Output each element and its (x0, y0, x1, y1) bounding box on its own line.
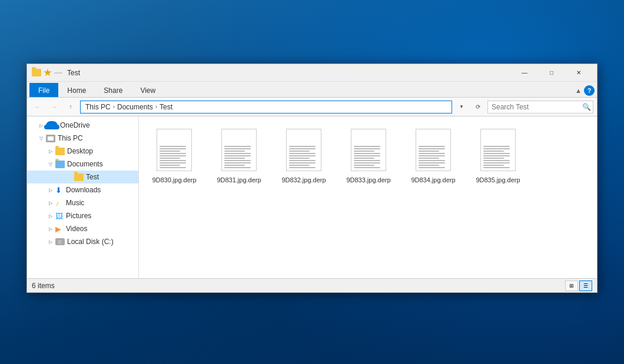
sidebar: ▷ OneDrive ▽ This PC ▷ Desktop (27, 116, 139, 278)
file-name-5: 9D835.jpg.derp (476, 176, 520, 184)
file-item-5[interactable]: 9D835.jpg.derp (469, 122, 527, 188)
path-this-pc[interactable]: This PC (84, 103, 112, 111)
file-icon-wrapper-3 (347, 126, 390, 173)
doc-line-1-9 (224, 165, 245, 166)
doc-line-2-4 (289, 153, 316, 154)
file-doc-icon-1 (221, 129, 257, 171)
doc-line-4-7 (419, 160, 445, 161)
expand-desktop[interactable]: ▷ (46, 146, 55, 156)
doc-line-0-1 (160, 146, 186, 147)
maximize-button[interactable]: □ (538, 64, 565, 82)
title-divider (54, 72, 62, 74)
doc-lines-0 (160, 138, 189, 168)
expand-thispc[interactable]: ▽ (36, 133, 46, 143)
doc-line-5-1 (483, 146, 510, 147)
file-item-3[interactable]: 9D833.jpg.derp (339, 122, 398, 188)
doc-line-1-3 (224, 151, 245, 152)
file-name-2: 9D832.jpg.derp (281, 176, 326, 184)
expand-pictures[interactable]: ▷ (46, 211, 55, 221)
file-doc-icon-3 (351, 129, 386, 171)
close-button[interactable]: ✕ (565, 64, 592, 82)
help-button[interactable]: ? (584, 85, 595, 96)
expand-music[interactable]: ▷ (46, 198, 55, 208)
doc-line-5-4 (483, 153, 510, 154)
path-test[interactable]: Test (158, 103, 174, 111)
sidebar-item-music[interactable]: ▷ ♪ Music (27, 196, 138, 209)
doc-line-4-10 (419, 167, 445, 168)
doc-lines-5 (483, 138, 513, 168)
file-doc-icon-2 (286, 129, 321, 171)
grid-view-button[interactable]: ⊞ (565, 280, 578, 291)
videos-icon: ▶ (55, 225, 64, 233)
doc-line-3-7 (354, 160, 380, 161)
documents-folder-icon (55, 161, 65, 168)
minimize-button[interactable]: — (511, 64, 538, 82)
file-explorer-window: Test — □ ✕ File Home Share View ▲ ? ← → … (26, 64, 598, 293)
back-button[interactable]: ← (31, 101, 45, 113)
status-bar: 6 items ⊞ ☰ (27, 278, 597, 292)
dropdown-button[interactable]: ▼ (454, 101, 469, 113)
doc-line-0-9 (160, 165, 180, 166)
sidebar-item-onedrive[interactable]: ▷ OneDrive (27, 119, 138, 132)
expand-documents[interactable]: ▽ (46, 159, 55, 169)
up-button[interactable]: ↑ (64, 101, 78, 113)
doc-line-4-4 (419, 153, 445, 154)
forward-button[interactable]: → (47, 101, 61, 113)
tab-share[interactable]: Share (95, 83, 131, 97)
file-doc-icon-4 (416, 129, 451, 171)
sidebar-item-pictures[interactable]: ▷ 🖼 Pictures (27, 209, 138, 222)
expand-localdisk[interactable]: ▷ (46, 237, 55, 246)
doc-line-1-7 (224, 160, 251, 161)
doc-line-0-4 (160, 153, 186, 154)
sidebar-item-test[interactable]: Test (27, 171, 138, 183)
file-icon-wrapper-5 (477, 126, 519, 173)
videos-label: Videos (66, 225, 87, 233)
sidebar-item-localdisk[interactable]: ▷ C Local Disk (C:) (27, 235, 138, 248)
tab-view[interactable]: View (131, 83, 164, 97)
doc-line-4-2 (419, 148, 445, 149)
desktop-folder-icon (55, 148, 65, 155)
file-item-0[interactable]: 9D830.jpg.derp (145, 122, 204, 188)
file-name-4: 9D834.jpg.derp (411, 176, 455, 184)
doc-line-2-8 (289, 162, 316, 163)
sidebar-item-desktop[interactable]: ▷ Desktop (27, 145, 138, 158)
pictures-label: Pictures (66, 212, 91, 220)
file-item-4[interactable]: 9D834.jpg.derp (404, 122, 463, 188)
drive-icon: C (55, 238, 65, 245)
ribbon-collapse-btn[interactable]: ▲ (575, 87, 582, 94)
doc-line-5-2 (483, 148, 510, 149)
doc-line-2-1 (289, 146, 316, 147)
doc-line-5-7 (483, 160, 510, 161)
doc-line-4-5 (419, 155, 445, 156)
expand-test[interactable] (55, 172, 65, 182)
file-item-2[interactable]: 9D832.jpg.derp (274, 122, 333, 188)
doc-line-2-6 (289, 158, 310, 159)
doc-line-0-8 (160, 162, 186, 163)
path-documents[interactable]: Documents (116, 103, 154, 111)
expand-downloads[interactable]: ▷ (46, 185, 55, 195)
desktop-label: Desktop (67, 147, 93, 155)
refresh-button[interactable]: ⟳ (471, 101, 485, 113)
sidebar-item-videos[interactable]: ▷ ▶ Videos (27, 222, 138, 235)
file-item-1[interactable]: 9D831.jpg.derp (210, 122, 268, 188)
doc-line-3-5 (354, 155, 380, 156)
file-name-3: 9D833.jpg.derp (346, 176, 390, 184)
file-name-0: 9D830.jpg.derp (152, 176, 196, 184)
sidebar-item-thispc[interactable]: ▽ This PC (27, 132, 138, 145)
doc-line-5-5 (483, 155, 510, 156)
address-path[interactable]: This PC › Documents › Test (80, 101, 452, 113)
doc-line-3-6 (354, 158, 374, 159)
search-box[interactable]: 🔍 (487, 101, 593, 113)
expand-videos[interactable]: ▷ (46, 224, 55, 233)
sidebar-item-downloads[interactable]: ▷ ⬇ Downloads (27, 183, 138, 196)
window-folder-icon (32, 69, 41, 76)
sidebar-item-documents[interactable]: ▽ Documents (27, 158, 138, 171)
tab-home[interactable]: Home (58, 83, 95, 97)
file-icon-wrapper-4 (412, 126, 454, 173)
list-view-button[interactable]: ☰ (579, 280, 592, 291)
ribbon: File Home Share View ▲ ? (27, 82, 597, 98)
search-input[interactable] (492, 103, 580, 111)
tab-file[interactable]: File (29, 83, 58, 97)
doc-line-3-4 (354, 153, 380, 154)
doc-line-1-2 (224, 148, 251, 149)
